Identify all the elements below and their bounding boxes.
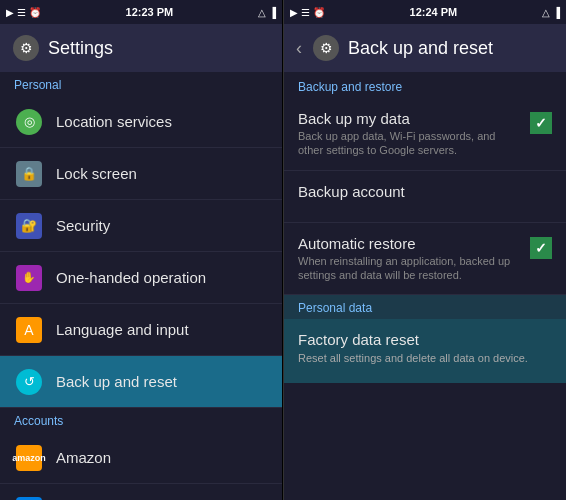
alarm-icon: ⏰ — [29, 7, 41, 18]
status-bar-right: ▶ ☰ ⏰ 12:24 PM △ ▐ — [284, 0, 566, 24]
backup-my-data-item[interactable]: Back up my data Back up app data, Wi-Fi … — [284, 98, 566, 171]
automatic-restore-item[interactable]: Automatic restore When reinstalling an a… — [284, 223, 566, 296]
location-label: Location services — [56, 113, 172, 130]
wifi-icon-r: △ — [542, 7, 550, 18]
settings-header: ⚙ Settings — [0, 24, 282, 72]
automatic-restore-text: Automatic restore When reinstalling an a… — [298, 235, 522, 283]
backup-gear-icon: ⚙ — [313, 35, 339, 61]
alarm-icon-r: ⏰ — [313, 7, 325, 18]
settings-gear-icon: ⚙ — [12, 34, 40, 62]
status-icons-left: ▶ ☰ ⏰ — [6, 7, 41, 18]
amazon-label: Amazon — [56, 449, 111, 466]
security-label: Security — [56, 217, 110, 234]
factory-reset-item[interactable]: Factory data reset Reset all settings an… — [284, 319, 566, 383]
sidebar-item-backup[interactable]: ↺ Back up and reset — [0, 356, 282, 408]
automatic-restore-checkbox[interactable] — [530, 237, 552, 259]
bluetooth-icon-r: ▶ — [290, 7, 298, 18]
backup-label: Back up and reset — [56, 373, 177, 390]
wifi-icon: △ — [258, 7, 266, 18]
battery-icon-r: ▐ — [553, 7, 560, 18]
back-button[interactable]: ‹ — [296, 38, 302, 59]
sidebar-item-security[interactable]: 🔐 Security — [0, 200, 282, 252]
status-icons-left-r: ▶ ☰ ⏰ — [290, 7, 325, 18]
personal-data-label: Personal data — [284, 295, 566, 319]
signal-icon: ☰ — [17, 7, 26, 18]
status-icons-right-left: △ ▐ — [258, 7, 276, 18]
lockscreen-label: Lock screen — [56, 165, 137, 182]
bluetooth-icon: ▶ — [6, 7, 14, 18]
accounts-section-label: Accounts — [0, 408, 282, 432]
factory-reset-desc: Reset all settings and delete all data o… — [298, 351, 552, 365]
backup-account-title: Backup account — [298, 183, 552, 200]
automatic-restore-desc: When reinstalling an application, backed… — [298, 254, 522, 283]
status-time-right: 12:24 PM — [410, 6, 458, 18]
left-menu-content: Personal ◎ Location services 🔒 Lock scre… — [0, 72, 282, 500]
backup-icon: ↺ — [14, 367, 44, 397]
personal-section-label: Personal — [0, 72, 282, 96]
automatic-restore-title: Automatic restore — [298, 235, 522, 252]
sidebar-item-amazon[interactable]: amazon Amazon — [0, 432, 282, 484]
backup-my-data-title: Back up my data — [298, 110, 522, 127]
left-panel: ▶ ☰ ⏰ 12:23 PM △ ▐ ⚙ Settings Personal ◎… — [0, 0, 283, 500]
backup-my-data-desc: Back up app data, Wi-Fi passwords, and o… — [298, 129, 522, 158]
sidebar-item-dropbox[interactable]: ❑ Dropbox — [0, 484, 282, 500]
amazon-icon: amazon — [14, 443, 44, 473]
status-time-left: 12:23 PM — [126, 6, 174, 18]
sidebar-item-onehand[interactable]: ✋ One-handed operation — [0, 252, 282, 304]
location-icon: ◎ — [14, 107, 44, 137]
security-icon: 🔐 — [14, 211, 44, 241]
language-label: Language and input — [56, 321, 189, 338]
sidebar-item-language[interactable]: A Language and input — [0, 304, 282, 356]
backup-header-icon: ⚙ — [312, 34, 340, 62]
dropbox-icon: ❑ — [14, 495, 44, 501]
factory-reset-title: Factory data reset — [298, 331, 552, 348]
gear-icon: ⚙ — [13, 35, 39, 61]
backup-restore-label: Backup and restore — [284, 72, 566, 98]
signal-icon-r: ☰ — [301, 7, 310, 18]
lock-icon: 🔒 — [14, 159, 44, 189]
language-icon: A — [14, 315, 44, 345]
status-icons-right-r: △ ▐ — [542, 7, 560, 18]
status-bar-left: ▶ ☰ ⏰ 12:23 PM △ ▐ — [0, 0, 282, 24]
backup-my-data-checkbox[interactable] — [530, 112, 552, 134]
battery-icon: ▐ — [269, 7, 276, 18]
onehand-icon: ✋ — [14, 263, 44, 293]
settings-title: Settings — [48, 38, 113, 59]
backup-content: Backup and restore Back up my data Back … — [284, 72, 566, 500]
backup-title: Back up and reset — [348, 38, 493, 59]
backup-header: ‹ ⚙ Back up and reset — [284, 24, 566, 72]
backup-account-text: Backup account — [298, 183, 552, 202]
backup-account-item[interactable]: Backup account — [284, 171, 566, 223]
sidebar-item-lockscreen[interactable]: 🔒 Lock screen — [0, 148, 282, 200]
backup-my-data-text: Back up my data Back up app data, Wi-Fi … — [298, 110, 522, 158]
onehand-label: One-handed operation — [56, 269, 206, 286]
right-panel: ▶ ☰ ⏰ 12:24 PM △ ▐ ‹ ⚙ Back up and reset… — [283, 0, 566, 500]
sidebar-item-location[interactable]: ◎ Location services — [0, 96, 282, 148]
